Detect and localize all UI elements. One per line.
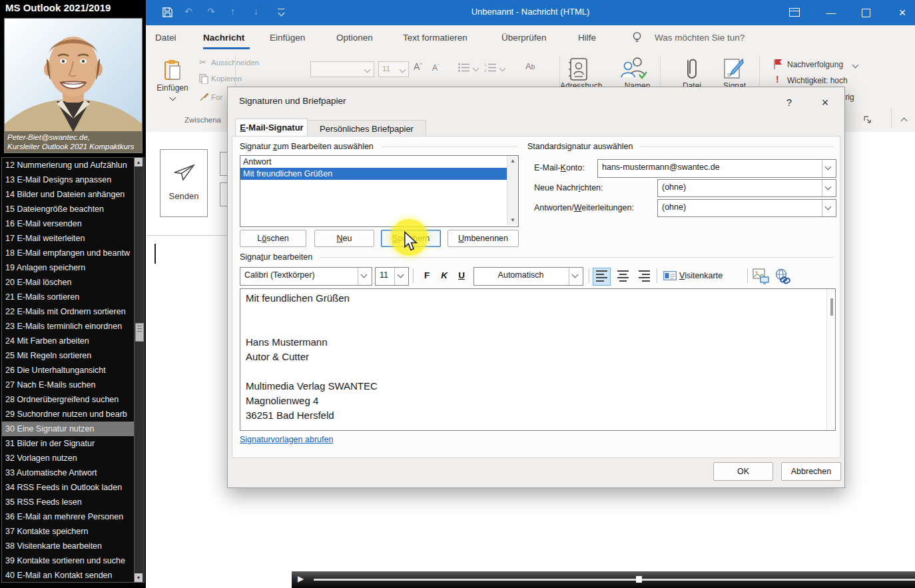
- playlist-scrollbar[interactable]: ▲ ▼: [134, 157, 145, 583]
- tab-datei[interactable]: Datei: [155, 33, 176, 43]
- clear-formatting-icon[interactable]: Ab: [525, 61, 535, 71]
- list-item[interactable]: 18 E-Mail empfangen und beantw: [2, 246, 134, 260]
- combo-dropdown[interactable]: [822, 200, 836, 216]
- align-right-button[interactable]: [635, 268, 653, 286]
- business-card-button[interactable]: Visitenkarte: [662, 267, 743, 284]
- new-button[interactable]: Neu: [314, 230, 374, 247]
- play-button[interactable]: ▶: [298, 574, 304, 583]
- combo-dropdown[interactable]: [394, 268, 408, 285]
- list-item[interactable]: 20 E-Mail löschen: [2, 275, 134, 290]
- bullets-dropdown-icon[interactable]: [473, 65, 479, 72]
- list-item[interactable]: 16 E-Mail versenden: [2, 216, 134, 231]
- list-item[interactable]: 21 E-Mails sortieren: [2, 290, 134, 304]
- editor-scrollbar[interactable]: [826, 289, 835, 430]
- list-item[interactable]: 22 E-Mails mit Ordnern sortieren: [2, 304, 134, 319]
- edit-font-name-combo[interactable]: Calibri (Textkörper): [240, 267, 372, 286]
- signature-item[interactable]: Antwort: [240, 156, 507, 168]
- seek-handle[interactable]: [636, 576, 642, 583]
- rename-button[interactable]: Umbenennen: [448, 230, 519, 247]
- tab-email-signature[interactable]: E-Mail-Signatur: [235, 119, 308, 137]
- align-left-button[interactable]: [593, 268, 611, 286]
- list-item[interactable]: 13 E-Mail Designs anpassen: [2, 172, 134, 187]
- tab-hilfe[interactable]: Hilfe: [578, 33, 596, 43]
- list-item[interactable]: 38 Visitenkarte bearbeiten: [2, 539, 134, 553]
- scroll-down-icon[interactable]: ▼: [135, 573, 143, 582]
- get-signature-templates-link[interactable]: Signaturvorlagen abrufen: [240, 435, 333, 444]
- dialog-close-button[interactable]: ×: [815, 94, 835, 111]
- follow-up-dropdown-icon[interactable]: [852, 62, 859, 69]
- list-item[interactable]: 29 Suchordner nutzen und bearb: [2, 407, 134, 422]
- tab-nachricht[interactable]: Nachricht: [203, 33, 244, 43]
- tab-ueberpruefen[interactable]: Überprüfen: [501, 33, 547, 43]
- list-item[interactable]: 26 Die Unterhaltungansicht: [2, 363, 134, 378]
- signature-editor[interactable]: Mit feundlichen Grüßen Hans Mustermann A…: [240, 288, 836, 431]
- signature-listbox[interactable]: Antwort Mit freundlichen Grüßen ▲ ▼: [240, 155, 519, 227]
- attach-file-icon[interactable]: [683, 57, 700, 82]
- tab-personal-stationery[interactable]: Persönliches Briefpapier: [307, 120, 426, 138]
- list-item[interactable]: 40 E-Mail an Kontakt senden: [2, 568, 134, 583]
- signature-icon[interactable]: [723, 57, 745, 82]
- dialog-launcher-icon[interactable]: [863, 115, 872, 124]
- list-item[interactable]: 36 E-Mail an mehrere Personen: [2, 509, 134, 524]
- paste-dropdown-icon[interactable]: [170, 95, 176, 101]
- numbering-dropdown-icon[interactable]: [499, 65, 506, 72]
- list-item[interactable]: 39 Kontakte sortieren und suche: [2, 553, 134, 568]
- scroll-up-icon[interactable]: ▲: [135, 158, 143, 166]
- font-name-combo[interactable]: [310, 61, 374, 77]
- listbox-scrollbar[interactable]: ▲ ▼: [507, 156, 518, 225]
- signature-item-selected[interactable]: Mit freundlichen Grüßen: [240, 168, 507, 180]
- minimize-button[interactable]: —: [820, 0, 842, 25]
- italic-button[interactable]: K: [437, 268, 452, 283]
- list-item[interactable]: 32 Vorlagen nutzen: [2, 451, 134, 465]
- follow-up-button[interactable]: Nachverfolgung: [787, 60, 843, 69]
- list-item[interactable]: 31 Bilder in der Signatur: [2, 436, 134, 451]
- ok-button[interactable]: OK: [713, 462, 773, 481]
- tellme-box[interactable]: Was möchten Sie tun?: [655, 33, 745, 43]
- list-item[interactable]: 35 RSS Feeds lesen: [2, 495, 134, 509]
- copy-button[interactable]: Kopieren: [211, 75, 242, 83]
- new-messages-combo[interactable]: (ohne): [657, 179, 836, 197]
- list-item[interactable]: 33 Automatische Antwort: [2, 465, 134, 480]
- insert-image-icon[interactable]: [753, 268, 770, 284]
- underline-button[interactable]: U: [454, 268, 469, 283]
- grow-font-icon[interactable]: A^: [414, 61, 422, 72]
- ribbon-display-options-button[interactable]: [782, 0, 805, 25]
- email-account-combo[interactable]: hans-mustermann@swantec.de: [597, 159, 836, 178]
- list-item[interactable]: 24 Mit Farben arbeiten: [2, 334, 134, 348]
- scroll-up-icon[interactable]: ▲: [507, 156, 518, 166]
- paste-button[interactable]: Einfügen: [155, 57, 190, 115]
- replies-forwards-combo[interactable]: (ohne): [657, 199, 836, 217]
- format-painter-button[interactable]: For: [211, 93, 222, 101]
- cancel-button[interactable]: Abbrechen: [781, 462, 841, 481]
- combo-dropdown[interactable]: [358, 268, 372, 285]
- list-item[interactable]: 28 Ordnerübergreifend suchen: [2, 392, 134, 407]
- tab-text-formatieren[interactable]: Text formatieren: [403, 33, 467, 43]
- numbering-icon[interactable]: 12: [484, 63, 497, 73]
- send-button[interactable]: Senden: [160, 149, 208, 217]
- maximize-button[interactable]: [854, 0, 877, 25]
- list-item[interactable]: 27 Nach E-Mails suchen: [2, 378, 134, 392]
- dialog-help-button[interactable]: ?: [779, 94, 799, 111]
- list-item[interactable]: 23 E-Mails terminlich einordnen: [2, 319, 134, 334]
- seek-bar[interactable]: [314, 579, 915, 581]
- list-item[interactable]: 14 Bilder und Dateien anhängen: [2, 187, 134, 202]
- delete-button[interactable]: Löschen: [240, 230, 306, 247]
- font-color-combo[interactable]: Automatisch: [473, 267, 583, 286]
- scroll-down-icon[interactable]: ▼: [507, 215, 518, 225]
- chapter-playlist[interactable]: 12 Nummerierung und Aufzählun 13 E-Mail …: [1, 157, 135, 583]
- combo-dropdown[interactable]: [822, 160, 836, 177]
- list-item-selected[interactable]: 30 Eine Signatur nutzen: [2, 422, 134, 436]
- bold-button[interactable]: F: [420, 268, 434, 283]
- edit-font-size-combo[interactable]: 11: [375, 267, 409, 286]
- combo-dropdown[interactable]: [822, 180, 836, 196]
- importance-high-button[interactable]: Wichtigkeit: hoch: [787, 76, 848, 85]
- tab-optionen[interactable]: Optionen: [336, 33, 373, 43]
- close-button[interactable]: ×: [891, 0, 914, 25]
- list-item[interactable]: 25 Mit Regeln sortieren: [2, 348, 134, 363]
- align-center-button[interactable]: [614, 268, 632, 286]
- bullets-icon[interactable]: [458, 63, 471, 73]
- check-names-icon[interactable]: [619, 56, 649, 81]
- list-item[interactable]: 12 Nummerierung und Aufzählun: [2, 158, 134, 172]
- collapse-ribbon-icon[interactable]: [901, 118, 908, 125]
- font-size-combo[interactable]: 11: [378, 61, 409, 77]
